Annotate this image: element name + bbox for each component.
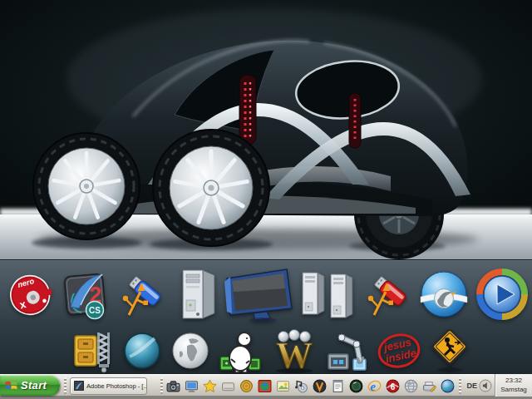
dock-item-pc-tower-pair[interactable] (299, 268, 356, 321)
wallpaper-concept-car-image (0, 0, 532, 259)
svg-text:6: 6 (391, 382, 396, 391)
taskbar: Start Adobe Photoshop - [... e6 DE 23:32… (0, 374, 532, 399)
photoshop-icon (74, 381, 84, 391)
dock-item-pc-tower[interactable] (173, 267, 216, 322)
favorites-star-icon[interactable] (203, 379, 217, 393)
robot-arm-icon (327, 329, 368, 372)
photoshop-cs2-icon: 2CS (61, 268, 111, 320)
dock-item-thunderbird-globe[interactable] (418, 268, 470, 320)
v-app-icon[interactable] (313, 379, 327, 393)
dock-item-usb-stick-red[interactable] (362, 267, 413, 322)
image-viewer-icon[interactable] (276, 379, 290, 393)
letter-w-icon: W (270, 328, 318, 374)
task-button-label: Adobe Photoshop - [... (86, 382, 147, 390)
taskbar-clock[interactable]: 23:32 Samstag (495, 374, 532, 397)
printer-brush-icon[interactable] (422, 379, 436, 393)
drive-icon[interactable] (221, 379, 235, 393)
pc-tower-icon (173, 267, 216, 322)
internet-explorer-icon[interactable]: e (367, 379, 382, 393)
gold-disc-icon[interactable] (239, 379, 254, 393)
clock-time: 23:32 (505, 377, 522, 386)
clock-day: Samstag (500, 386, 527, 395)
winzip-icon (71, 328, 115, 374)
pc-tower-pair-icon (299, 268, 356, 321)
dock-item-nero-disc[interactable]: nerox (8, 268, 55, 320)
red-badge-6-icon[interactable]: 6 (386, 379, 400, 393)
svg-text:W: W (276, 335, 313, 374)
dock-item-winzip[interactable] (71, 328, 115, 374)
icon-dock: nerox2CS Wjesusinside (0, 259, 532, 375)
dock-row-bottom: Wjesusinside (71, 328, 470, 373)
grey-globe-icon[interactable] (404, 379, 418, 393)
music-cd-icon[interactable] (294, 379, 308, 393)
jesus-inside-stamp-icon: jesusinside (377, 331, 421, 371)
task-button-photoshop[interactable]: Adobe Photoshop - [... (70, 377, 147, 395)
windows-flag-icon (4, 378, 18, 392)
document-icon[interactable] (331, 379, 345, 393)
start-label: Start (21, 379, 47, 392)
nero-disc-icon: nerox (8, 268, 55, 320)
tray-drag-handle[interactable] (160, 377, 163, 394)
dock-item-usb-stick-blue[interactable] (116, 267, 168, 322)
dark-lens-icon[interactable] (349, 379, 363, 393)
usb-stick-blue-icon (116, 267, 168, 322)
media-player-icon (475, 268, 529, 321)
thunderbird-globe-icon (418, 268, 470, 320)
blue-globe-icon[interactable] (441, 379, 455, 393)
toolbar-drag-handle[interactable] (64, 377, 66, 394)
dock-item-jesus-inside-stamp[interactable]: jesusinside (377, 331, 421, 371)
volume-icon[interactable] (479, 379, 492, 392)
dock-item-shopping-figure[interactable] (219, 328, 262, 373)
dock-item-grey-globe[interactable] (170, 331, 210, 371)
language-indicator[interactable]: DE (466, 382, 477, 390)
usb-stick-red-icon (362, 267, 413, 322)
color-globe-icon[interactable] (258, 379, 272, 393)
blue-orb-icon (123, 332, 161, 370)
grey-globe-icon (170, 331, 210, 371)
shopping-figure-icon (219, 328, 262, 373)
dock-row-top: nerox2CS (8, 264, 529, 325)
start-button[interactable]: Start (0, 375, 60, 396)
camera-icon[interactable] (166, 379, 180, 393)
pedestrian-sign-icon (429, 329, 470, 372)
display-icon[interactable] (185, 379, 199, 393)
dock-item-widescreen-monitor[interactable] (222, 265, 293, 323)
desktop-area: nerox2CS Wjesusinside (0, 0, 532, 374)
dock-item-media-player[interactable] (475, 268, 529, 321)
dock-item-photoshop-cs2[interactable]: 2CS (61, 268, 111, 320)
dock-item-pedestrian-sign[interactable] (429, 329, 470, 372)
system-tray: e6 (166, 379, 455, 393)
dock-item-letter-w[interactable]: W (270, 328, 318, 374)
svg-text:CS: CS (89, 306, 101, 315)
widescreen-monitor-icon (222, 265, 293, 323)
clock-drag-handle[interactable] (459, 377, 461, 394)
desktop-screen: { "taskbar": { "start_label": "Start", "… (0, 0, 532, 399)
dock-item-robot-arm[interactable] (327, 329, 368, 372)
dock-item-blue-orb[interactable] (123, 332, 161, 370)
